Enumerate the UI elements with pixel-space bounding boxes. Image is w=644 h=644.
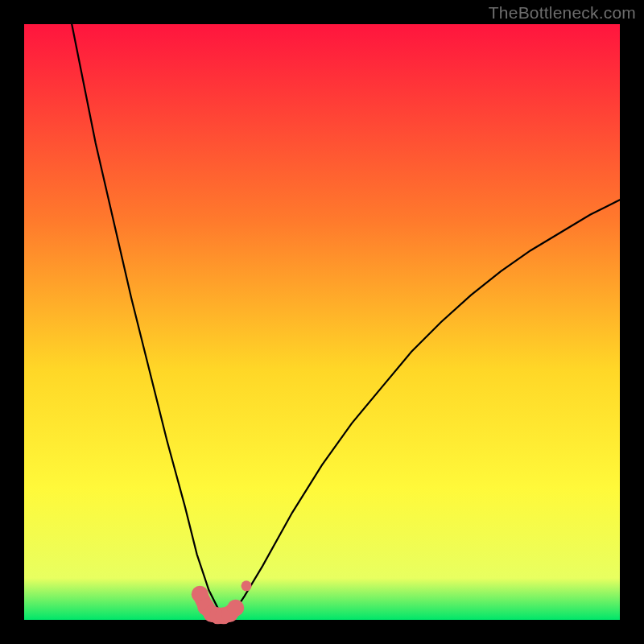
highlight-dot <box>242 580 252 591</box>
plot-background <box>24 24 620 620</box>
watermark-text: TheBottleneck.com <box>489 3 636 23</box>
chart-container: TheBottleneck.com <box>0 0 644 644</box>
bottleneck-chart <box>0 0 644 644</box>
highlight-dot <box>227 600 244 617</box>
